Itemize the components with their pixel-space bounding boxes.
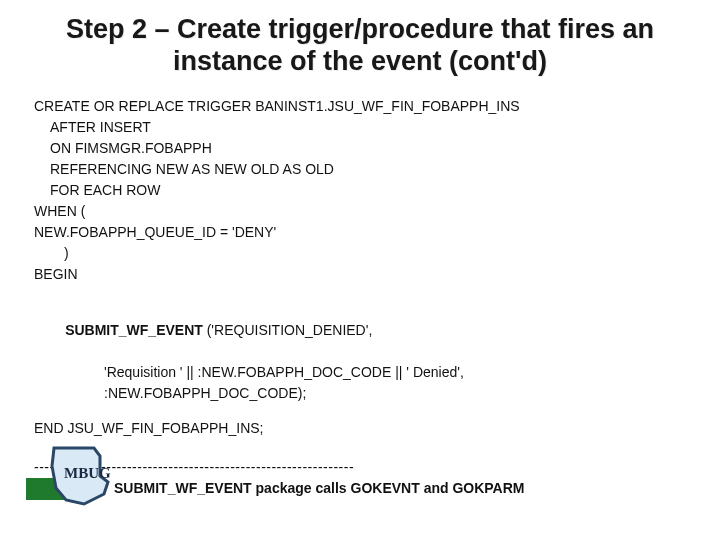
code-line: NEW.FOBAPPH_QUEUE_ID = 'DENY' <box>34 222 688 243</box>
spacer <box>34 285 688 299</box>
code-end-line: END JSU_WF_FIN_FOBAPPH_INS; <box>34 418 688 439</box>
submit-wf-event-bold: SUBMIT_WF_EVENT <box>65 322 203 338</box>
code-arg-line: :NEW.FOBAPPH_DOC_CODE); <box>34 383 688 404</box>
spacer-indent <box>57 322 65 338</box>
spacer <box>34 439 688 453</box>
spacer <box>34 404 688 418</box>
code-arg-line: 'Requisition ' || :NEW.FOBAPPH_DOC_CODE … <box>34 362 688 383</box>
code-line: WHEN ( <box>34 201 688 222</box>
footer-note: SUBMIT_WF_EVENT package calls GOKEVNT an… <box>114 478 688 499</box>
call-rest: ('REQUISITION_DENIED', <box>203 322 372 338</box>
divider-line: ----------------------------------------… <box>34 457 688 478</box>
code-line: ) <box>34 243 688 264</box>
code-line: CREATE OR REPLACE TRIGGER BANINST1.JSU_W… <box>34 96 688 117</box>
code-line: REFERENCING NEW AS NEW OLD AS OLD <box>34 159 688 180</box>
slide-title: Step 2 – Create trigger/procedure that f… <box>56 14 664 78</box>
code-line: BEGIN <box>34 264 688 285</box>
code-line: AFTER INSERT <box>34 117 688 138</box>
code-line: FOR EACH ROW <box>34 180 688 201</box>
code-call-line: SUBMIT_WF_EVENT ('REQUISITION_DENIED', <box>34 299 688 362</box>
code-line: ON FIMSMGR.FOBAPPH <box>34 138 688 159</box>
code-block: CREATE OR REPLACE TRIGGER BANINST1.JSU_W… <box>34 96 688 499</box>
slide-container: Step 2 – Create trigger/procedure that f… <box>0 0 720 540</box>
